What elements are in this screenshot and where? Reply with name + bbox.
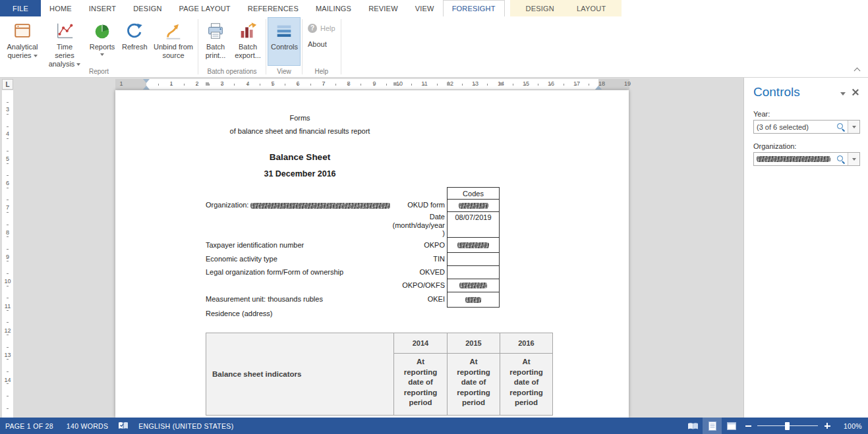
controls-pane: Controls Year: (3 of 6 selected) Organiz… [743,78,868,418]
table-column-marker[interactable] [447,82,450,86]
period-header-cell: At reporting date of reporting period [394,354,448,416]
search-icon[interactable] [837,123,845,131]
batch-print-button[interactable]: Batch print... [200,17,231,66]
first-line-indent-marker[interactable] [143,79,150,83]
controls-list-icon [274,20,295,41]
pane-options-icon[interactable] [840,92,846,95]
redacted-organization-value [757,156,830,162]
hanging-indent-marker[interactable] [143,86,150,90]
controls-toggle-button[interactable]: Controls [268,17,301,66]
year-header-cell: 2014 [394,333,448,354]
field-label: Residence (address) [206,310,273,317]
ribbon-group-report: Analytical queries Time series analysis … [0,16,198,77]
zoom-slider[interactable] [757,418,818,434]
time-series-analysis-button[interactable]: Time series analysis [43,17,86,66]
tab-file[interactable]: FILE [0,0,41,16]
table-column-marker[interactable] [500,82,503,86]
field-label: Legal organization form/Form of ownershi… [206,268,343,276]
analytical-queries-icon [12,20,33,41]
word-window: FILE HOME INSERT DESIGN PAGE LAYOUT REFE… [0,0,868,434]
tab-references[interactable]: REFERENCES [239,0,307,16]
doc-heading-line: of balance sheet and financial results r… [115,127,484,135]
tab-home[interactable]: HOME [41,0,80,16]
word-count[interactable]: 140 WORDS [60,418,115,434]
tab-design[interactable]: DESIGN [125,0,170,16]
year-filter-label: Year: [753,110,860,118]
web-layout-button[interactable] [722,418,741,434]
page-indicator[interactable]: PAGE 1 OF 28 [0,418,60,434]
refresh-button[interactable]: Refresh [119,17,150,66]
year-header-cell: 2016 [500,333,553,354]
read-mode-button[interactable] [683,418,703,434]
tab-mailings[interactable]: MAILINGS [307,0,360,16]
collapse-ribbon-button[interactable] [851,66,863,75]
about-button[interactable]: About [304,37,331,51]
horizontal-ruler[interactable]: 1 1 2 3 4 5 6 7 8 9 10 11 12 13 14 15 16… [0,79,868,90]
code-label: OKVED [419,268,445,276]
zoom-level[interactable]: 100% [834,422,863,430]
print-layout-button[interactable] [703,418,722,434]
vertical-ruler[interactable]: 3 4 5 6 7 8 9 10 11 12 13 14 [2,90,13,418]
field-label: Organization: [206,201,248,209]
tab-table-design[interactable]: DESIGN [517,0,564,16]
time-series-chart-icon [54,20,75,41]
tab-view[interactable]: VIEW [407,0,443,16]
proofing-status-icon[interactable] [115,418,132,434]
ribbon-group-help: ? Help About Help [303,16,341,77]
chevron-down-icon [852,158,856,161]
dropdown-caret-icon [100,53,104,56]
zoom-in-button[interactable] [820,418,834,434]
redacted-code [457,242,489,248]
tab-table-layout[interactable]: LAYOUT [567,0,615,16]
tab-insert[interactable]: INSERT [80,0,125,16]
close-pane-icon[interactable] [852,88,859,96]
chevron-down-icon [852,126,856,128]
document-page[interactable]: Forms of balance sheet and financial res… [115,90,629,418]
help-button[interactable]: ? Help [304,21,339,35]
zoom-out-button[interactable] [741,418,755,434]
ribbon-tab-bar: FILE HOME INSERT DESIGN PAGE LAYOUT REFE… [0,0,868,16]
ribbon-group-batch-operations: Batch print... Batch export... Batch ope… [198,16,266,77]
date-code-cell: 08/07/2019 [448,212,499,238]
unbind-from-source-button[interactable]: Unbind from source [150,17,196,66]
language-indicator[interactable]: ENGLISH (UNITED STATES) [132,418,240,434]
organization-filter-combobox[interactable] [753,152,860,166]
field-label: Taxpayer identification number [206,241,304,249]
dropdown-caret-icon [76,63,80,66]
reports-button[interactable]: Reports [86,17,119,66]
export-chart-icon [237,20,258,41]
right-indent-marker[interactable] [595,86,602,90]
table-column-marker[interactable] [393,82,397,86]
tab-foresight[interactable]: FORESIGHT [443,0,505,16]
indicator-header-cell: Balance sheet indicators [206,333,394,416]
doc-title: Balance Sheet [115,152,484,162]
tab-page-layout[interactable]: PAGE LAYOUT [171,0,239,16]
period-header-cell: At reporting date of reporting period [500,354,553,416]
balance-sheet-table: Balance sheet indicators 2014 2015 2016 … [206,333,553,416]
period-header-cell: At reporting date of reporting period [448,354,500,416]
search-icon[interactable] [837,155,845,163]
combo-dropdown-button[interactable] [848,121,859,133]
year-filter-combobox[interactable]: (3 of 6 selected) [753,120,860,134]
ribbon-group-label-help: Help [304,67,339,77]
code-label: OKEI [428,295,445,303]
table-column-marker[interactable] [206,82,209,86]
year-header-cell: 2015 [448,333,500,354]
code-label: OKPO [424,241,445,249]
codes-header-cell: Codes [448,188,499,200]
zoom-slider-thumb[interactable] [785,422,790,430]
code-label: TIN [433,255,445,263]
okpo-code-cell [448,238,499,253]
batch-export-button[interactable]: Batch export... [231,17,264,66]
doc-heading-line: Forms [115,114,484,122]
code-label: Date (month/day/year) [391,213,445,238]
plus-icon [825,423,830,429]
tin-code-cell [448,253,499,266]
pane-title: Controls [753,85,868,99]
combo-dropdown-button[interactable] [848,153,859,165]
status-bar: PAGE 1 OF 28 140 WORDS ENGLISH (UNITED S… [0,418,868,434]
refresh-icon [124,20,145,41]
field-label: Economic activity type [206,255,277,263]
tab-review[interactable]: REVIEW [360,0,407,16]
analytical-queries-button[interactable]: Analytical queries [1,17,43,66]
